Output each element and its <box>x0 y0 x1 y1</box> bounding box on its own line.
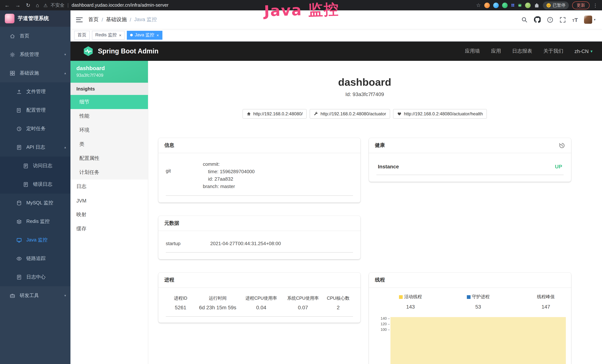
tabs-bar: 首页 Redis 监控 × Java 监控 × <box>70 29 602 42</box>
extension-icon-green[interactable] <box>502 2 507 8</box>
sba-navbar: Spring Boot Admin 应用墙 应用 日志报表 关于我们 zh-CN… <box>70 42 602 61</box>
menu-item-details[interactable]: 细节 <box>70 95 148 109</box>
url-text[interactable]: dashboard.yudao.iocoder.cn/infra/admin-s… <box>72 3 169 8</box>
heart-pulse-icon <box>397 112 402 116</box>
extension-icon-leaf[interactable] <box>525 2 530 8</box>
github-icon[interactable] <box>534 16 541 23</box>
sidebar-item-label: 首页 <box>20 33 66 39</box>
sidebar-item-home[interactable]: 首页 <box>0 27 70 45</box>
sidebar-item-redis[interactable]: Redis 监控 <box>0 212 70 231</box>
sidebar-item-file[interactable]: 文件管理 <box>0 82 70 101</box>
extensions-puzzle-icon[interactable] <box>534 2 539 8</box>
tab-home[interactable]: 首页 <box>74 31 90 40</box>
search-icon[interactable] <box>521 17 528 23</box>
breadcrumb-current: Java 监控 <box>134 16 157 23</box>
sba-logo-icon <box>83 46 93 56</box>
document-icon <box>16 274 22 280</box>
avatar[interactable] <box>584 16 592 24</box>
chip-label: http://192.168.0.2:48080/actuator/health <box>404 111 483 117</box>
info-key: git <box>166 161 203 190</box>
sidebar-item-label: 错误日志 <box>33 181 66 188</box>
menu-section-insights: Insights <box>70 83 148 95</box>
font-size-icon[interactable]: TT <box>572 17 578 22</box>
bookmark-star-icon[interactable]: ☆ <box>476 2 481 8</box>
info-card: 信息 git commit: time: 1596289704000 id: 2… <box>158 138 360 203</box>
sidebar-item-job[interactable]: 定时任务 <box>0 119 70 138</box>
chip-health-url[interactable]: http://192.168.0.2:48080/actuator/health <box>393 109 487 119</box>
sidebar-item-mysql[interactable]: MySQL 监控 <box>0 193 70 212</box>
menu-item-config-props[interactable]: 配置属性 <box>70 151 148 165</box>
menu-item-label: 计划任务 <box>79 169 99 176</box>
close-icon[interactable]: × <box>119 33 121 37</box>
extension-icon-on[interactable]: on <box>518 3 522 7</box>
sidebar-item-label: 定时任务 <box>26 125 66 132</box>
help-icon[interactable]: ? <box>547 17 553 23</box>
menu-item-caches[interactable]: 缓存 <box>70 222 148 236</box>
y-axis-label: 120 <box>369 322 387 326</box>
extension-icon-orange[interactable] <box>484 2 490 8</box>
forward-button[interactable]: → <box>15 2 20 8</box>
extension-icon-drop[interactable] <box>493 2 499 8</box>
app-brand: 芋道管理系统 <box>0 11 70 27</box>
back-button[interactable]: ← <box>4 2 10 8</box>
instance-header[interactable]: dashboard 93a3fc7f7409 <box>70 61 148 83</box>
menu-item-environment[interactable]: 环境 <box>70 123 148 137</box>
process-table: 进程ID 运行时间 进程CPU使用率 系统CPU使用率 CPU核心数 5261 … <box>158 288 360 323</box>
reload-button[interactable]: ↻ <box>26 2 30 8</box>
axis-tick <box>388 319 390 319</box>
menu-item-label: 映射 <box>76 211 86 218</box>
menu-item-label: 类 <box>79 141 84 148</box>
update-button[interactable]: 更新 <box>572 1 590 9</box>
legend-daemon-threads: 守护进程 53 <box>456 294 500 310</box>
profile-paused-badge[interactable]: 已暂停 <box>543 1 569 9</box>
address-bar[interactable]: ⚠ 不安全 | dashboard.yudao.iocoder.cn/infra… <box>43 2 472 8</box>
axis-tick <box>388 324 390 324</box>
sidebar-item-error-log[interactable]: 错误日志 <box>0 175 70 193</box>
nav-link-about[interactable]: 关于我们 <box>543 48 563 54</box>
menu-item-scheduled-tasks[interactable]: 计划任务 <box>70 165 148 180</box>
sidebar-item-access-log[interactable]: 访问日志 <box>0 157 70 175</box>
wrench-icon <box>314 112 318 116</box>
breadcrumb-infra[interactable]: 基础设施 <box>106 16 127 23</box>
close-icon[interactable]: × <box>156 33 159 37</box>
menu-item-loggers[interactable]: 日志 <box>70 180 148 193</box>
document-icon <box>16 144 22 150</box>
history-icon[interactable] <box>559 142 565 149</box>
tab-java[interactable]: Java 监控 × <box>127 31 162 40</box>
chip-base-url[interactable]: http://192.168.0.2:48080/ <box>243 109 307 119</box>
sidebar-item-trace[interactable]: 链路追踪 <box>0 249 70 268</box>
locale-selector[interactable]: zh-CN ▾ <box>574 48 592 54</box>
health-card: 健康 Instance UP <box>369 138 571 182</box>
tab-redis[interactable]: Redis 监控 × <box>92 31 125 40</box>
edit-icon <box>16 107 22 113</box>
hamburger-icon[interactable] <box>76 17 83 22</box>
user-menu[interactable]: ▾ <box>584 16 595 24</box>
security-warning-icon[interactable]: ⚠ <box>43 2 47 8</box>
nav-link-wallboard[interactable]: 应用墙 <box>465 48 480 54</box>
chip-label: http://192.168.0.2:48080/ <box>253 111 303 117</box>
breadcrumb-home[interactable]: 首页 <box>88 16 99 23</box>
nav-link-journal[interactable]: 日志报表 <box>512 48 532 54</box>
fullscreen-icon[interactable] <box>559 17 566 23</box>
sidebar-item-system[interactable]: 系统管理 ▾ <box>0 45 70 64</box>
tab-label: 首页 <box>77 32 86 38</box>
chip-actuator-url[interactable]: http://192.168.0.2:48080/actuator <box>310 109 390 119</box>
sidebar-item-config[interactable]: 配置管理 <box>0 101 70 119</box>
menu-item-performance[interactable]: 性能 <box>70 109 148 123</box>
sidebar-item-infra[interactable]: 基础设施 ▴ <box>0 64 70 82</box>
sba-brand[interactable]: Spring Boot Admin <box>83 46 159 56</box>
home-button[interactable]: ⌂ <box>36 2 39 8</box>
sidebar-item-java[interactable]: Java 监控 <box>0 231 70 249</box>
menu-item-mappings[interactable]: 映射 <box>70 208 148 222</box>
nav-link-applications[interactable]: 应用 <box>491 48 501 54</box>
legend-swatch-yellow <box>399 295 403 299</box>
menu-item-classes[interactable]: 类 <box>70 137 148 151</box>
extension-icon-grid[interactable] <box>511 3 515 7</box>
browser-menu-icon[interactable]: ⋮ <box>593 2 598 8</box>
instance-links: http://192.168.0.2:48080/ http://192.168… <box>158 109 571 119</box>
instance-id: 93a3fc7f7409 <box>76 73 142 78</box>
sidebar-item-log-center[interactable]: 日志中心 <box>0 268 70 286</box>
sidebar-item-dev-tool[interactable]: 研发工具 ▾ <box>0 286 70 305</box>
sidebar-item-api-log[interactable]: API 日志 ▴ <box>0 138 70 157</box>
menu-item-jvm[interactable]: JVM <box>70 193 148 208</box>
